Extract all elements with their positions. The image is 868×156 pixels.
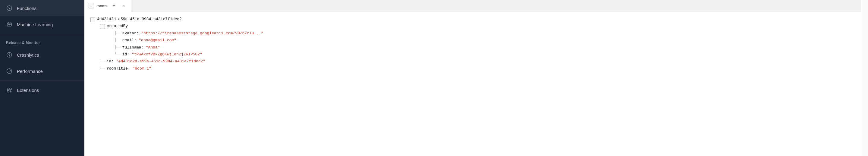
performance-icon [6,68,13,74]
tab-collapse-button[interactable]: − [89,3,94,8]
tree-email-key: email: [122,37,136,44]
tree-avatar-key: avatar: [122,30,139,37]
svg-point-4 [10,24,10,25]
sidebar-item-performance[interactable]: Performance [0,63,84,79]
sidebar-item-functions-label: Functions [17,6,36,11]
tab-rooms[interactable]: − rooms + × [84,0,131,12]
machine-learning-icon [6,21,13,28]
sidebar-divider-1 [0,34,84,34]
sidebar-item-performance-label: Performance [17,69,43,74]
sidebar-item-extensions-label: Extensions [17,88,39,93]
tree-line-email: ├── [115,37,121,44]
tree-id-nested-value: "tPwAkcfVBkZg6Kwjldn2jZ6lP5G2" [132,51,202,58]
svg-point-2 [8,24,9,25]
tab-close-button[interactable]: × [121,3,127,9]
tree-line-fullname: ├── [115,44,121,51]
tree-node-createdby: − createdBy [90,23,855,30]
tree-createdby-label: createdBy [107,23,128,30]
tree-roomtitle-key: roomTitle: [107,65,130,72]
right-panel [861,0,868,156]
sidebar: Functions Machine Learning Release & Mon… [0,0,84,156]
sidebar-divider-2 [0,81,84,81]
tree-toggle-root[interactable]: − [90,17,95,22]
tab-add-button[interactable]: + [110,1,118,10]
svg-rect-9 [7,90,9,92]
tree-root-id: 4d431d2d-a59a-451d-9984-a431e7f1dec2 [97,15,182,23]
tab-bar: − rooms + × [84,0,861,12]
tree-container: − 4d431d2d-a59a-451d-9984-a431e7f1dec2 −… [84,12,861,156]
tree-line-id-root: ├── [99,58,105,65]
tab-label: rooms [96,4,107,8]
sidebar-item-machine-learning-label: Machine Learning [17,22,53,27]
tree-node-fullname: ├── fullname: "Anna" [90,44,855,51]
section-header-release-monitor: Release & Monitor [0,35,84,47]
tree-roomtitle-value: "Room 1" [133,65,151,72]
tree-line-id-nested: └── [115,51,121,58]
svg-rect-7 [7,88,9,90]
svg-point-3 [9,24,10,25]
tree-node-id-nested: └── id: "tPwAkcfVBkZg6Kwjldn2jZ6lP5G2" [90,51,855,58]
svg-rect-8 [10,88,11,90]
tree-fullname-value: "Anna" [146,44,160,51]
tree-id-key: id: [107,58,114,65]
extensions-icon [6,87,13,93]
tree-node-avatar: ├── avatar: "https://firebasestorage.goo… [90,30,855,37]
tree-node-root: − 4d431d2d-a59a-451d-9984-a431e7f1dec2 [90,15,855,23]
tree-id-value: "4d431d2d-a59a-451d-9984-a431e7f1dec2" [116,58,205,65]
sidebar-item-extensions[interactable]: Extensions [0,82,84,98]
tree-node-roomtitle: └── roomTitle: "Room 1" [90,65,855,72]
tree-fullname-key: fullname: [122,44,144,51]
tree-toggle-createdby[interactable]: − [100,24,105,29]
sidebar-item-crashlytics-label: Crashlytics [17,53,39,58]
tree-line-avatar: ├── [115,30,121,37]
main-area: − rooms + × − 4d431d2d-a59a-451d-9984-a4… [84,0,861,156]
tree-email-value: "anna@gmail.com" [138,37,176,44]
tree-line-roomtitle: └── [99,65,105,72]
tree-node-email: ├── email: "anna@gmail.com" [90,37,855,44]
sidebar-item-machine-learning[interactable]: Machine Learning [0,16,84,33]
tree-node-id-root: ├── id: "4d431d2d-a59a-451d-9984-a431e7f… [90,58,855,65]
crashlytics-icon [6,52,13,58]
sidebar-item-crashlytics[interactable]: Crashlytics [0,47,84,63]
functions-icon [6,5,13,11]
sidebar-item-functions[interactable]: Functions [0,0,84,16]
tree-avatar-value: "https://firebasestorage.googleapis.com/… [141,30,264,37]
tree-id-nested-key: id: [122,51,129,58]
